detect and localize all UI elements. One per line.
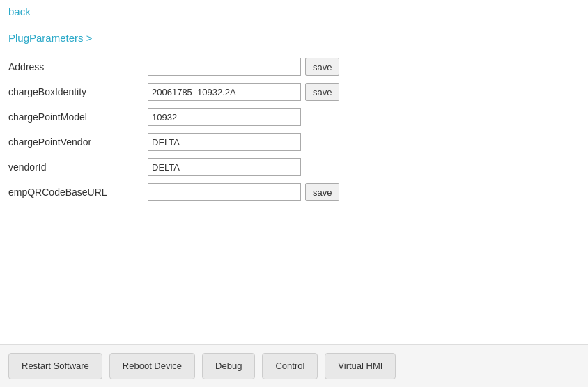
label-address: Address [8,61,148,72]
reboot-device-button[interactable]: Reboot Device [109,353,195,379]
control-button[interactable]: Control [262,353,318,379]
top-bar: back [0,0,588,22]
form-row-empQRCodeBaseURL: empQRCodeBaseURLsave [8,183,580,201]
label-vendorId: vendorId [8,161,148,173]
save-button-chargeBoxIdentity[interactable]: save [305,83,339,101]
label-chargeBoxIdentity: chargeBoxIdentity [8,86,148,97]
plug-parameters-link[interactable]: PlugParameters > [8,32,92,44]
input-address[interactable] [148,58,301,76]
label-chargePointModel: chargePointModel [8,111,148,123]
form-container: AddresssavechargeBoxIdentitysavechargePo… [0,51,588,215]
form-row-chargePointVendor: chargePointVendor [8,133,580,151]
save-button-address[interactable]: save [305,58,339,76]
save-button-empQRCodeBaseURL[interactable]: save [305,183,339,201]
label-chargePointVendor: chargePointVendor [8,136,148,148]
input-vendorId[interactable] [148,158,301,176]
form-row-vendorId: vendorId [8,158,580,176]
form-row-address: Addresssave [8,58,580,76]
form-row-chargeBoxIdentity: chargeBoxIdentitysave [8,83,580,101]
label-empQRCodeBaseURL: empQRCodeBaseURL [8,187,148,198]
input-empQRCodeBaseURL[interactable] [148,183,301,201]
debug-button[interactable]: Debug [202,353,255,379]
input-chargePointVendor[interactable] [148,133,301,151]
input-chargeBoxIdentity[interactable] [148,83,301,101]
back-link[interactable]: back [8,6,31,17]
form-row-chargePointModel: chargePointModel [8,108,580,126]
restart-software-button[interactable]: Restart Software [8,353,102,379]
virtual-hmi-button[interactable]: Virtual HMI [325,353,396,379]
section-header: PlugParameters > [0,22,588,51]
input-chargePointModel[interactable] [148,108,301,126]
bottom-bar: Restart SoftwareReboot DeviceDebugContro… [0,344,588,387]
